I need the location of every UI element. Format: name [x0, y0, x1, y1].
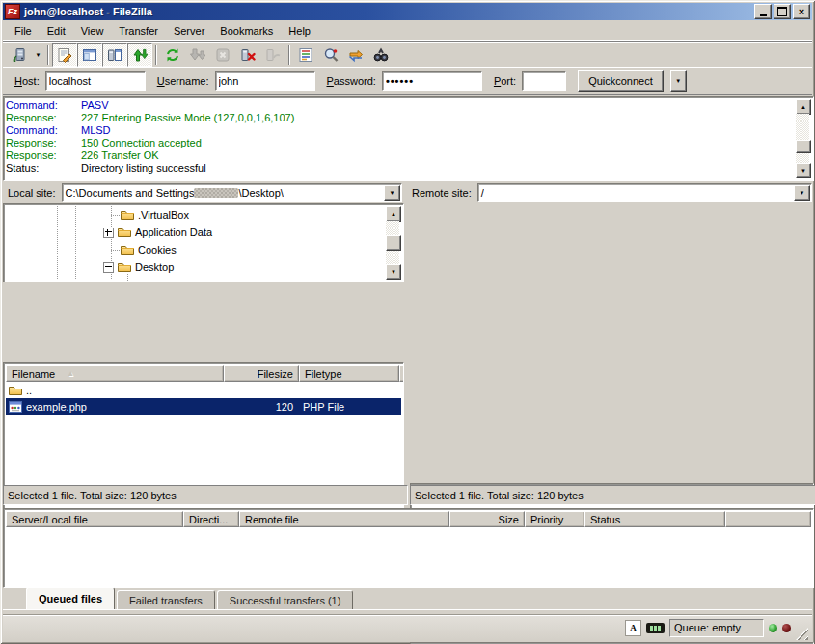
refresh-icon: [165, 47, 180, 63]
find-files-button[interactable]: [368, 43, 394, 67]
local-tree-scrollbar[interactable]: ▲ ▼: [386, 206, 401, 280]
transfer-queue-panel: Server/Local file Directi... Remote file…: [3, 508, 814, 588]
queue-tabs: Queued files Failed transfers Successful…: [3, 587, 812, 610]
folder-icon: [117, 259, 132, 275]
remote-selection-summary: Selected 1 file. Total size: 120 bytes: [415, 490, 584, 501]
column-header-server-local-file[interactable]: Server/Local file: [6, 511, 183, 527]
filezilla-window: Fz john@localhost - FileZilla × File Edi…: [0, 0, 815, 644]
port-input[interactable]: [523, 72, 565, 90]
remote-path: /: [478, 187, 484, 199]
maximize-button[interactable]: [774, 4, 791, 19]
minimize-button[interactable]: [754, 4, 772, 19]
compare-icon: [323, 47, 339, 63]
toolbar-separator: [288, 45, 290, 65]
combo-dropdown-icon[interactable]: ▼: [384, 185, 400, 201]
quickconnect-dropdown[interactable]: ▼: [670, 70, 687, 92]
column-header-priority[interactable]: Priority: [525, 511, 584, 527]
filter-button[interactable]: [293, 43, 318, 67]
log-line: Status:Directory listing successful: [6, 162, 795, 174]
title-bar: Fz john@localhost - FileZilla ×: [3, 3, 812, 20]
toggle-queue-button[interactable]: [127, 43, 152, 67]
tree-line: [75, 204, 76, 280]
tab-queued-files[interactable]: Queued files: [26, 587, 115, 609]
toggle-remote-tree-button[interactable]: [102, 43, 127, 67]
tree-item-desktop[interactable]: Desktop: [103, 258, 174, 276]
menu-view[interactable]: View: [73, 22, 112, 40]
quickconnect-button[interactable]: Quickconnect: [578, 70, 664, 92]
log-line: Response:227 Entering Passive Mode (127,…: [6, 112, 795, 124]
menu-file[interactable]: File: [7, 22, 40, 40]
resize-grip[interactable]: [796, 628, 808, 640]
scroll-up-button[interactable]: ▲: [796, 99, 811, 115]
collapse-minus-icon[interactable]: [103, 262, 114, 273]
filter-icon: [298, 47, 313, 63]
close-icon: ×: [799, 7, 804, 17]
refresh-button[interactable]: [160, 43, 185, 67]
tab-successful-transfers[interactable]: Successful transfers (1): [217, 590, 354, 609]
menu-help[interactable]: Help: [281, 22, 318, 40]
close-button[interactable]: ×: [793, 4, 810, 19]
scroll-track[interactable]: [796, 114, 809, 164]
tree-item-label: Cookies: [138, 244, 177, 255]
app-icon: Fz: [5, 4, 20, 19]
log-scrollbar[interactable]: ▲ ▼: [796, 99, 811, 178]
cancel-icon: [215, 47, 231, 63]
column-header-direction[interactable]: Directi...: [183, 511, 239, 527]
local-list-body: .. example.php 120 PHP File 1: [6, 382, 401, 415]
synchronized-browsing-button[interactable]: [343, 43, 368, 67]
toggle-message-log-button[interactable]: [52, 43, 77, 67]
menu-edit[interactable]: Edit: [40, 22, 73, 40]
table-row-selected[interactable]: example.php 120 PHP File 1: [6, 398, 401, 415]
site-manager-dropdown[interactable]: ▼: [32, 44, 44, 66]
menu-server[interactable]: Server: [166, 22, 212, 40]
host-input[interactable]: [46, 72, 145, 90]
log-line: Command:MLSD: [6, 124, 795, 137]
menu-bookmarks[interactable]: Bookmarks: [212, 22, 281, 40]
tree-item-label: Application Data: [135, 227, 212, 238]
disconnect-button[interactable]: [235, 43, 260, 67]
column-header-size[interactable]: Size: [449, 511, 525, 527]
toggle-local-tree-button[interactable]: [77, 43, 102, 67]
sort-ascending-icon: ▲: [67, 369, 74, 378]
column-header-filetype[interactable]: Filetype: [299, 365, 399, 382]
username-input[interactable]: [216, 72, 314, 90]
folder-icon: [120, 207, 135, 223]
php-file-icon: [8, 399, 23, 415]
scroll-thumb[interactable]: [386, 235, 401, 251]
expand-plus-icon[interactable]: [103, 228, 114, 238]
activity-led-green-icon: [769, 624, 777, 632]
scroll-down-button[interactable]: ▼: [386, 264, 401, 280]
local-site-label: Local site:: [6, 187, 62, 199]
tree-item-virtualbox[interactable]: .VirtualBox: [120, 206, 189, 224]
remote-site-combobox[interactable]: / ▼: [477, 183, 812, 202]
table-row[interactable]: ..: [6, 382, 401, 398]
tree-item-application-data[interactable]: Application Data: [103, 224, 212, 241]
scroll-thumb[interactable]: [796, 140, 811, 153]
tree-item-cookies[interactable]: Cookies: [120, 241, 177, 258]
local-list-header: Filename▲ Filesize Filetype L: [6, 365, 401, 382]
column-header-remote-file[interactable]: Remote file: [239, 511, 449, 527]
menu-transfer[interactable]: Transfer: [111, 22, 166, 40]
tab-failed-transfers[interactable]: Failed transfers: [117, 590, 215, 609]
port-label: Port:: [494, 75, 516, 87]
username-label: Username:: [157, 75, 209, 87]
password-input[interactable]: [383, 72, 481, 90]
column-header-filename[interactable]: Filename▲: [6, 365, 224, 382]
scroll-up-button[interactable]: ▲: [386, 206, 401, 222]
directory-comparison-button[interactable]: [318, 43, 343, 67]
scroll-down-button[interactable]: ▼: [796, 163, 811, 178]
column-header-blank: [725, 511, 811, 527]
toolbar: ▼: [3, 41, 812, 67]
message-log-icon: [57, 47, 72, 63]
local-site-combobox[interactable]: C:\Documents and Settings\Desktop\ ▼: [62, 183, 402, 202]
username-field-wrap: [215, 71, 315, 91]
column-header-lastmodified[interactable]: L: [399, 365, 404, 382]
disconnect-icon: [240, 47, 256, 63]
site-manager-button[interactable]: [7, 43, 32, 67]
combo-dropdown-icon[interactable]: ▼: [794, 185, 810, 201]
cancel-button: [210, 43, 235, 67]
column-header-status[interactable]: Status: [584, 511, 725, 527]
column-header-filesize[interactable]: Filesize: [224, 365, 299, 382]
maximize-icon: [777, 7, 787, 16]
queue-header: Server/Local file Directi... Remote file…: [6, 511, 811, 527]
